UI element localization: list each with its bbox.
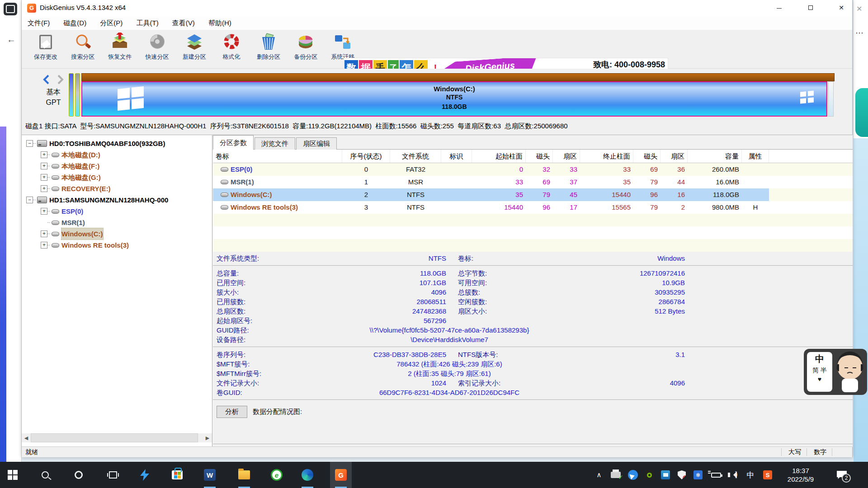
action-center-button[interactable]: 2: [829, 462, 854, 488]
ime-status-card[interactable]: 中 简 半 ♥: [807, 352, 832, 392]
taskbar-app-explorer[interactable]: [233, 462, 255, 488]
window-title: DiskGenius V5.4.3.1342 x64: [40, 4, 126, 11]
column-header[interactable]: 磁头: [526, 150, 553, 163]
column-header[interactable]: 标识: [441, 150, 472, 163]
more-menu-icon[interactable]: ⋯: [855, 28, 863, 38]
format-button[interactable]: 格式化: [214, 31, 249, 68]
collapse-icon[interactable]: −: [26, 140, 33, 147]
column-header[interactable]: 磁头: [633, 150, 660, 163]
column-header[interactable]: 终止柱面: [580, 150, 633, 163]
expand-icon[interactable]: +: [41, 230, 47, 237]
tree-item--f-[interactable]: +本地磁盘(F:): [22, 160, 212, 172]
analyze-button[interactable]: 分析: [217, 406, 247, 418]
table-row-windows-re-tools-3-[interactable]: Windows RE tools(3)3NTFS1544096171556579…: [213, 201, 853, 214]
scroll-right-icon[interactable]: ▶: [203, 433, 212, 442]
sogou-ime-widget[interactable]: 中 简 半 ♥: [804, 349, 867, 395]
tree-horizontal-scrollbar[interactable]: ◀ ▶: [22, 433, 212, 442]
menu-disk[interactable]: 磁盘(D): [57, 16, 92, 30]
tree-item-hd0-toshibamq04abf100-932gb-[interactable]: −HD0:TOSHIBAMQ04ABF100(932GB): [22, 138, 212, 149]
clock-date: 2022/5/9: [788, 475, 814, 483]
tree-item-windows-c-[interactable]: +Windows(C:): [22, 228, 212, 239]
taskbar-app-diskgenius[interactable]: G: [330, 462, 352, 488]
tree-item-hd1-samsungmznln128hahq-000[interactable]: −HD1:SAMSUNGMZNLN128HAHQ-000: [22, 194, 212, 206]
minimize-button[interactable]: [766, 0, 792, 16]
menu-tools[interactable]: 工具(T): [131, 16, 165, 30]
partition-bar-esp[interactable]: [69, 73, 74, 117]
taskbar-clock[interactable]: 18:37 2022/5/9: [777, 462, 825, 488]
expand-icon[interactable]: +: [41, 151, 47, 158]
expand-icon[interactable]: +: [41, 163, 47, 169]
tree-item-recovery-e-[interactable]: +RECOVERY(E:): [22, 183, 212, 194]
tree-item--d-[interactable]: +本地磁盘(D:): [22, 149, 212, 160]
column-header[interactable]: 容量: [688, 150, 742, 163]
table-row-windows-c-[interactable]: Windows(C:)2NTFS357945154409616118.0GB: [213, 188, 853, 201]
back-arrow-icon[interactable]: ←: [6, 34, 16, 44]
taskbar-app-store[interactable]: [166, 462, 188, 488]
intel-graphics-tray-icon[interactable]: [657, 462, 674, 488]
taskbar-app-lightning[interactable]: [134, 462, 156, 488]
column-header[interactable]: 属性: [742, 150, 769, 163]
disk-nav-arrows[interactable]: [35, 74, 71, 85]
cell: 260.0MB: [688, 163, 742, 176]
recover-files-button[interactable]: 恢复文件: [102, 31, 137, 68]
column-header[interactable]: 起始柱面: [472, 150, 526, 163]
scrollbar-thumb[interactable]: [31, 433, 198, 442]
taskbar-app-word[interactable]: W: [199, 462, 221, 488]
ime-language-indicator[interactable]: 中: [742, 462, 759, 488]
tree-item-esp-0-[interactable]: +ESP(0): [22, 206, 212, 217]
maximize-button[interactable]: [797, 0, 824, 16]
start-button[interactable]: [2, 462, 24, 488]
new-partition-button[interactable]: 新建分区: [177, 31, 212, 68]
column-header[interactable]: 序号(状态): [342, 150, 390, 163]
save-changes-button[interactable]: 保存更改: [28, 31, 63, 68]
tab-扇区编辑[interactable]: 扇区编辑: [296, 137, 337, 150]
taskbar-search-button[interactable]: [34, 462, 56, 488]
column-header[interactable]: 文件系统: [390, 150, 441, 163]
partition-bar-re-tools[interactable]: [828, 81, 834, 117]
defender-tray-icon[interactable]: [674, 462, 690, 488]
menu-view[interactable]: 查看(V): [166, 16, 201, 30]
taskbar-app-edge[interactable]: [297, 462, 318, 488]
search-partition-button[interactable]: 搜索分区: [65, 31, 100, 68]
tab-浏览文件[interactable]: 浏览文件: [255, 137, 295, 150]
expand-icon[interactable]: +: [41, 208, 47, 215]
detail-label: 卷序列号:: [217, 350, 330, 359]
cortana-button[interactable]: [68, 462, 90, 488]
tab-分区参数[interactable]: 分区参数: [213, 135, 254, 150]
volume-tray-icon[interactable]: [725, 462, 741, 488]
detail-value: 786432 (柱面:426 磁头:239 扇区:6): [330, 359, 569, 369]
quick-partition-button[interactable]: 快速分区: [140, 31, 175, 68]
background-close-icon[interactable]: ✕: [856, 5, 862, 13]
column-header[interactable]: 卷标: [213, 150, 342, 163]
messenger-tray-icon[interactable]: [625, 462, 641, 488]
expand-icon[interactable]: +: [41, 174, 47, 181]
task-view-button[interactable]: [102, 462, 124, 488]
partition-bar-windows-c[interactable]: Windows(C:) NTFS 118.0GB: [81, 81, 827, 117]
column-header[interactable]: 扇区: [553, 150, 580, 163]
tree-item-msr-1-[interactable]: MSR(1): [22, 217, 212, 228]
table-row-msr-1-[interactable]: MSR(1)1MSR33693735794416.0MB: [213, 176, 853, 188]
partition-bar-msr[interactable]: [75, 73, 80, 117]
nvidia-tray-icon[interactable]: [641, 462, 657, 488]
expand-icon[interactable]: +: [41, 242, 47, 249]
printer-tray-icon[interactable]: [608, 462, 624, 488]
menu-file[interactable]: 文件(F): [22, 16, 56, 30]
close-button[interactable]: ✕: [828, 0, 854, 16]
taskbar-app-ie-browser[interactable]: e: [266, 462, 288, 488]
expand-icon[interactable]: +: [41, 185, 47, 192]
collapse-icon[interactable]: −: [26, 197, 33, 203]
tree-item--g-[interactable]: +本地磁盘(G:): [22, 172, 212, 183]
menu-partition[interactable]: 分区(P): [94, 16, 128, 30]
delete-partition-button[interactable]: 删除分区: [251, 31, 286, 68]
sogou-tray-icon[interactable]: S: [760, 462, 776, 488]
scroll-left-icon[interactable]: ◀: [22, 433, 31, 442]
tray-expand-chevron[interactable]: ∧: [591, 462, 607, 488]
tree-item-windows-re-tools-3-[interactable]: +Windows RE tools(3): [22, 239, 212, 251]
column-header[interactable]: 扇区: [660, 150, 688, 163]
snowflake-tray-icon[interactable]: ❄: [690, 462, 706, 488]
backup-partition-button[interactable]: 备份分区: [288, 31, 323, 68]
battery-tray-icon[interactable]: [707, 462, 725, 488]
divider: [213, 265, 853, 266]
menu-help[interactable]: 帮助(H): [203, 16, 237, 30]
table-row-esp-0-[interactable]: ESP(0)0FAT3203233336936260.0MB: [213, 163, 853, 176]
